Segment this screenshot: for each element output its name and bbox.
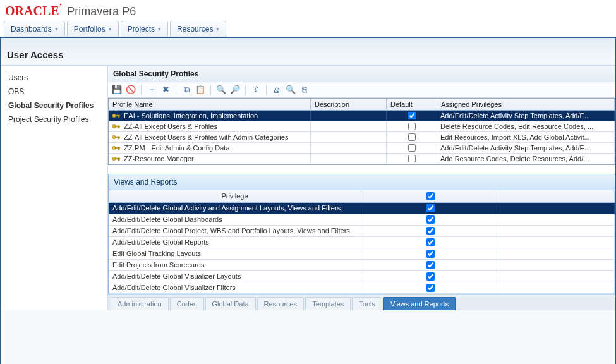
table-row[interactable]: ZZ-Resource ManagerAdd Resource Codes, D… bbox=[109, 154, 615, 164]
cell-spacer bbox=[500, 237, 615, 248]
cell-privilege-check bbox=[361, 282, 500, 294]
print-icon[interactable]: 🖨 bbox=[272, 85, 282, 95]
default-checkbox[interactable] bbox=[408, 133, 416, 141]
sidebar-item-global-security-profiles[interactable]: Global Security Profiles bbox=[6, 99, 107, 112]
cell-spacer bbox=[500, 271, 615, 282]
table-row[interactable]: Add/Edit/Delete Global Project, WBS and … bbox=[109, 226, 615, 237]
nav-tab-projects[interactable]: Projects▾ bbox=[121, 21, 168, 37]
sidebar-item-users[interactable]: Users bbox=[6, 71, 107, 85]
cell-privileges: Add/Edit/Delete Activity Step Templates,… bbox=[437, 143, 615, 154]
privilege-checkbox[interactable] bbox=[426, 204, 435, 212]
nav-tab-label: Projects bbox=[128, 25, 155, 33]
key-icon bbox=[112, 133, 121, 141]
separator bbox=[266, 85, 267, 95]
table-row[interactable]: Edit Projects from Scorecards bbox=[109, 260, 615, 271]
key-icon bbox=[112, 144, 121, 152]
cell-description bbox=[311, 132, 387, 143]
privilege-checkbox[interactable] bbox=[426, 227, 435, 235]
default-checkbox[interactable] bbox=[408, 155, 416, 162]
nav-tab-label: Portfolios bbox=[74, 25, 106, 33]
chevron-down-icon: ▾ bbox=[216, 26, 219, 32]
privilege-checkbox[interactable] bbox=[426, 238, 435, 246]
tab-codes[interactable]: Codes bbox=[170, 297, 204, 310]
col-privilege-check[interactable] bbox=[361, 190, 500, 203]
privileges-body: Add/Edit/Delete Global Activity and Assi… bbox=[109, 203, 615, 294]
export-icon[interactable]: ⎘ bbox=[299, 85, 310, 95]
default-checkbox[interactable] bbox=[408, 112, 416, 119]
privilege-header-checkbox[interactable] bbox=[426, 192, 435, 200]
find-next-icon[interactable]: 🔎 bbox=[230, 85, 240, 95]
cancel-icon[interactable]: 🚫 bbox=[126, 85, 136, 95]
sidebar-item-project-security-profiles[interactable]: Project Security Profiles bbox=[6, 112, 107, 126]
tab-tools[interactable]: Tools bbox=[352, 297, 382, 310]
table-row[interactable]: Edit Global Tracking Layouts bbox=[109, 248, 615, 260]
delete-icon[interactable]: ✖ bbox=[160, 85, 171, 95]
table-row[interactable]: ZZ-PM - Edit Admin & Config DataAdd/Edit… bbox=[109, 143, 615, 154]
find-icon[interactable]: 🔍 bbox=[216, 85, 226, 95]
tab-global-data[interactable]: Global Data bbox=[205, 297, 256, 310]
col-description[interactable]: Description bbox=[311, 99, 387, 111]
profiles-grid-body: EAI - Solutions, Integration, Implementa… bbox=[109, 111, 615, 164]
tab-administration[interactable]: Administration bbox=[111, 297, 169, 310]
col-privilege[interactable]: Privilege bbox=[109, 190, 361, 203]
privilege-checkbox[interactable] bbox=[426, 284, 435, 292]
side-nav: Users OBS Global Security Profiles Proje… bbox=[1, 66, 108, 310]
privilege-checkbox[interactable] bbox=[426, 272, 435, 281]
nav-tab-portfolios[interactable]: Portfolios▾ bbox=[67, 21, 119, 37]
cell-default bbox=[387, 132, 437, 143]
key-icon bbox=[112, 155, 121, 162]
nav-tab-dashboards[interactable]: Dashboards▾ bbox=[4, 21, 65, 37]
tab-templates[interactable]: Templates bbox=[305, 297, 351, 310]
privilege-checkbox[interactable] bbox=[426, 261, 435, 269]
col-default[interactable]: Default bbox=[387, 99, 437, 111]
privilege-checkbox[interactable] bbox=[426, 250, 435, 258]
preview-icon[interactable]: 🔍 bbox=[286, 85, 296, 95]
cell-privilege-label: Add/Edit/Delete Global Visualizer Filter… bbox=[109, 282, 361, 294]
cell-privileges: Edit Resources, Import XLS, Add Global A… bbox=[437, 132, 615, 143]
default-checkbox[interactable] bbox=[408, 123, 416, 130]
key-icon bbox=[112, 123, 121, 130]
col-profile-name[interactable]: Profile Name bbox=[109, 99, 311, 111]
cell-description bbox=[311, 143, 387, 154]
table-row[interactable]: Add/Edit/Delete Global Visualizer Filter… bbox=[109, 282, 615, 294]
separator bbox=[141, 85, 142, 95]
cell-privilege-check bbox=[361, 214, 500, 226]
cell-privilege-label: Edit Global Tracking Layouts bbox=[109, 248, 361, 260]
table-row[interactable]: Add/Edit/Delete Global Reports bbox=[109, 237, 615, 248]
nav-tab-label: Dashboards bbox=[11, 25, 52, 33]
tab-resources[interactable]: Resources bbox=[257, 297, 305, 310]
table-row[interactable]: EAI - Solutions, Integration, Implementa… bbox=[109, 111, 615, 121]
table-row[interactable]: Add/Edit/Delete Global Activity and Assi… bbox=[109, 203, 615, 214]
cell-privilege-label: Add/Edit/Delete Global Reports bbox=[109, 237, 361, 248]
default-checkbox[interactable] bbox=[408, 144, 416, 152]
table-row[interactable]: ZZ-All Except Users & ProfilesDelete Res… bbox=[109, 121, 615, 132]
save-icon[interactable]: 💾 bbox=[112, 85, 122, 95]
privilege-checkbox[interactable] bbox=[426, 215, 435, 224]
svg-rect-11 bbox=[119, 147, 119, 150]
toolbar: 💾 🚫 ＋ ✖ ⧉ 📋 🔍 🔎 ⇪ 🖨 🔍 ⎘ bbox=[108, 82, 615, 98]
nav-tab-label: Resources bbox=[177, 25, 213, 33]
nav-tab-resources[interactable]: Resources▾ bbox=[170, 21, 226, 37]
cell-spacer bbox=[500, 282, 615, 294]
paste-icon[interactable]: 📋 bbox=[195, 85, 205, 95]
privileges-header: Privilege bbox=[109, 190, 615, 203]
product-name: Primavera P6 bbox=[67, 5, 136, 18]
import-icon[interactable]: ⇪ bbox=[251, 85, 261, 95]
cell-privileges: Add/Edit/Delete Activity Step Templates,… bbox=[437, 111, 615, 121]
cell-spacer bbox=[500, 214, 615, 226]
cell-spacer bbox=[500, 226, 615, 237]
sidebar-item-obs[interactable]: OBS bbox=[6, 85, 107, 99]
cell-privilege-check bbox=[361, 260, 500, 271]
add-icon[interactable]: ＋ bbox=[147, 85, 157, 95]
copy-icon[interactable]: ⧉ bbox=[181, 85, 191, 95]
col-assigned-privileges[interactable]: Assigned Privileges bbox=[437, 99, 615, 111]
svg-rect-5 bbox=[119, 126, 119, 128]
separator bbox=[176, 85, 176, 95]
cell-spacer bbox=[500, 203, 615, 214]
app-header: ORACLE’ Primavera P6 bbox=[0, 0, 616, 20]
table-row[interactable]: Add/Edit/Delete Global Visualizer Layout… bbox=[109, 271, 615, 282]
cell-privileges: Add Resource Codes, Delete Resources, Ad… bbox=[437, 154, 615, 164]
table-row[interactable]: Add/Edit/Delete Global Dashboards bbox=[109, 214, 615, 226]
tab-views-and-reports[interactable]: Views and Reports bbox=[383, 297, 456, 310]
table-row[interactable]: ZZ-All Except Users & Profiles with Admi… bbox=[109, 132, 615, 143]
